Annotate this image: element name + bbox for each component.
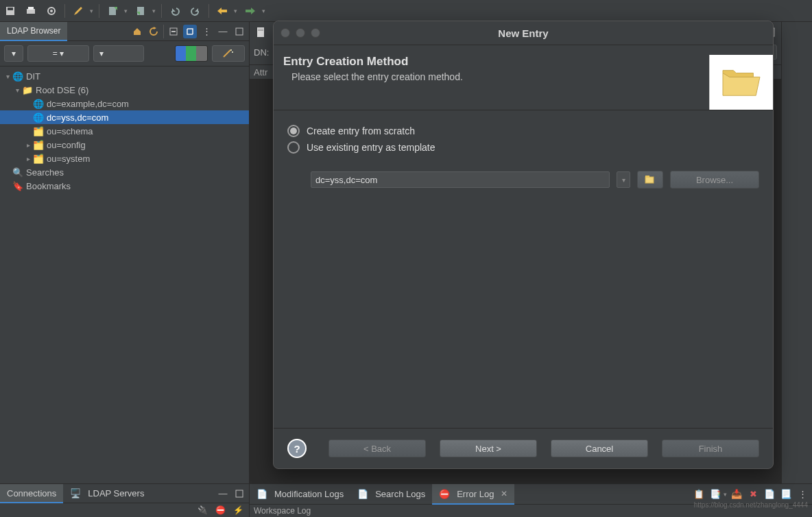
error-icon: ⛔ [439, 488, 450, 499]
tree-label: ou=schema [47, 126, 93, 136]
tree-label: dc=example,dc=com [47, 99, 129, 109]
dropdown-icon[interactable]: ▾ [124, 8, 128, 14]
refresh-icon[interactable] [147, 25, 160, 38]
filter-attr-dropdown[interactable]: ▾ [4, 45, 23, 62]
tree-bookmarks[interactable]: 🔖 Bookmarks [0, 179, 249, 193]
home-icon[interactable] [130, 25, 144, 38]
main-toolbar: ▾ ▾ ▾ ▾ ▾ [0, 0, 812, 22]
print-icon[interactable] [23, 3, 38, 19]
view-menu-icon[interactable]: ⋮ [200, 25, 213, 38]
back-icon[interactable] [215, 3, 230, 19]
tab-ldap-browser[interactable]: LDAP Browser [0, 22, 67, 41]
svg-point-12 [232, 51, 233, 53]
toolbar-separator [161, 4, 162, 18]
button-label: Browse... [696, 175, 733, 185]
tree-item[interactable]: ▸ 🗂️ ou=config [0, 138, 249, 152]
svg-rect-2 [27, 9, 35, 14]
link-editor-icon[interactable] [183, 25, 197, 38]
filter-op-dropdown[interactable]: = ▾ [27, 45, 89, 62]
maximize-icon[interactable] [232, 25, 246, 38]
radio-icon[interactable] [287, 141, 300, 154]
globe-icon: 🌐 [33, 112, 44, 123]
radio-label: Create entry from scratch [307, 125, 415, 136]
browse-button[interactable]: Browse... [670, 171, 759, 189]
save-icon[interactable] [3, 3, 18, 19]
button-label: Finish [699, 444, 723, 454]
log-icon: 📄 [256, 489, 267, 500]
open-log-icon[interactable]: 📄 [763, 488, 776, 501]
tab-modification-logs[interactable]: 📄 Modification Logs [250, 484, 350, 505]
template-dn-input[interactable]: dc=yss,dc=com [311, 171, 610, 188]
svg-rect-20 [645, 176, 649, 178]
tab-error-log[interactable]: ⛔ Error Log ✕ [432, 484, 514, 505]
finish-button[interactable]: Finish [662, 440, 759, 457]
undo-icon[interactable] [167, 3, 182, 19]
tree-item-selected[interactable]: 🌐 dc=yss,dc=com [0, 110, 249, 124]
forward-icon[interactable] [243, 3, 258, 19]
cancel-button[interactable]: Cancel [551, 440, 648, 457]
tree-item[interactable]: 🗂️ ou=schema [0, 124, 249, 138]
delete-icon[interactable]: ✖ [746, 488, 760, 501]
import-icon[interactable]: 📥 [730, 488, 743, 501]
tree-dit[interactable]: ▾ 🌐 DIT [0, 69, 249, 83]
pick-parent-button[interactable] [637, 171, 663, 189]
radio-from-scratch[interactable]: Create entry from scratch [287, 123, 759, 139]
expand-icon[interactable]: ▾ [3, 73, 12, 80]
filter-icon[interactable]: 📑 [708, 488, 722, 501]
tab-ldap-servers[interactable]: 🖥️ LDAP Servers [63, 484, 151, 503]
wand-button[interactable] [212, 45, 245, 62]
tree-item[interactable]: 🌐 dc=example,dc=com [0, 97, 249, 110]
help-icon[interactable]: ? [287, 439, 307, 458]
minimize-icon[interactable]: — [216, 487, 230, 501]
restore-icon[interactable]: 📃 [779, 488, 793, 501]
forward-dropdown-icon[interactable]: ▾ [262, 8, 265, 14]
config-icon: 🗂️ [33, 139, 44, 150]
back-dropdown-icon[interactable]: ▾ [234, 8, 237, 14]
expand-icon[interactable]: ▸ [23, 141, 33, 149]
redo-icon[interactable] [188, 3, 203, 19]
svg-rect-6 [109, 7, 116, 15]
export-icon[interactable]: 📋 [692, 488, 706, 501]
watermark-text: https://blog.csdn.net/zhanglong_4444 [694, 501, 808, 509]
new-attribute-icon[interactable] [105, 3, 120, 19]
tab-label: Error Log [457, 489, 494, 499]
radio-from-template[interactable]: Use existing entry as template [287, 139, 759, 156]
file-icon[interactable] [254, 25, 267, 39]
back-button[interactable]: < Back [329, 440, 426, 457]
connect-icon[interactable]: 🔌 [195, 503, 209, 517]
expand-icon[interactable]: ▾ [12, 86, 22, 94]
edit-dropdown-icon[interactable]: ▾ [90, 8, 93, 14]
dropdown-icon[interactable]: ▾ [724, 491, 727, 498]
edit-icon[interactable] [71, 3, 86, 19]
tab-connections[interactable]: Connections [0, 484, 63, 503]
tree-searches[interactable]: 🔍 Searches [0, 165, 249, 179]
dialog-titlebar[interactable]: New Entry [274, 21, 773, 45]
button-label: Cancel [586, 444, 613, 454]
tab-search-logs[interactable]: 📄 Search Logs [350, 484, 432, 505]
toolbar-separator [64, 4, 65, 18]
filter-value-dropdown[interactable]: ▾ [93, 45, 144, 62]
expand-icon[interactable]: ▸ [23, 155, 33, 163]
maximize-icon[interactable] [232, 487, 246, 501]
radio-icon[interactable] [287, 125, 300, 137]
new-value-icon[interactable] [133, 3, 148, 19]
dropdown-icon[interactable]: ▾ [152, 8, 156, 14]
filter-bar: ▾ = ▾ ▾ [0, 41, 249, 67]
bottom-area: Connections 🖥️ LDAP Servers — 🔌 ⛔ ⚡ [0, 483, 812, 517]
template-value: dc=yss,dc=com [315, 175, 377, 185]
menu-icon[interactable]: ⋮ [796, 488, 809, 501]
tree-item[interactable]: ▸ 🗂️ ou=system [0, 152, 249, 165]
right-gutter [781, 22, 812, 483]
next-button[interactable]: Next > [440, 440, 537, 457]
disconnect-icon[interactable]: ⛔ [213, 503, 227, 517]
lightning-icon[interactable]: ⚡ [231, 503, 245, 517]
globe-icon: 🌐 [12, 71, 23, 82]
ldap-tree[interactable]: ▾ 🌐 DIT ▾ 📁 Root DSE (6) 🌐 dc=example,dc… [0, 67, 249, 483]
close-icon[interactable]: ✕ [501, 489, 508, 498]
color-filter-button[interactable] [175, 45, 208, 62]
minimize-icon[interactable]: — [216, 25, 230, 38]
tree-root-dse[interactable]: ▾ 📁 Root DSE (6) [0, 83, 249, 97]
history-dropdown-icon[interactable]: ▾ [617, 171, 630, 188]
settings-icon[interactable] [44, 3, 59, 19]
collapse-icon[interactable] [167, 25, 180, 38]
